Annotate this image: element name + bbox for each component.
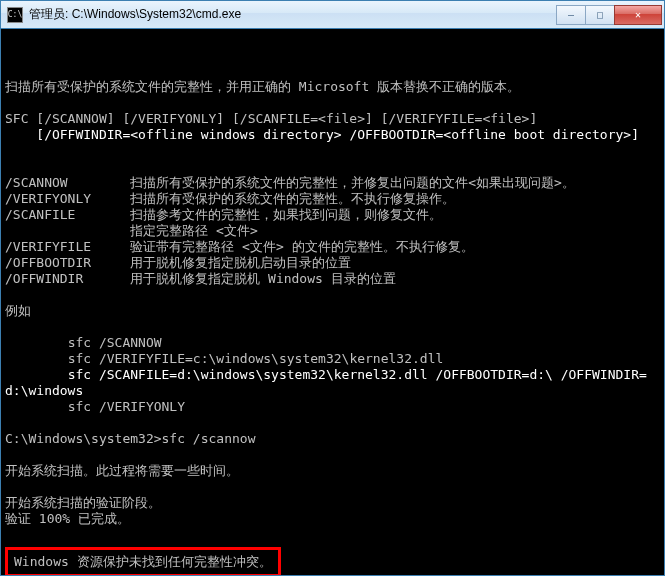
console-line (5, 287, 660, 303)
window-controls: — □ ✕ (557, 5, 662, 25)
cmd-window: C:\ 管理员: C:\Windows\System32\cmd.exe — □… (0, 0, 665, 576)
console-output[interactable]: 扫描所有受保护的系统文件的完整性，并用正确的 Microsoft 版本替换不正确… (1, 29, 664, 575)
console-line: 扫描所有受保护的系统文件的完整性，并用正确的 Microsoft 版本替换不正确… (5, 79, 660, 95)
console-line: C:\Windows\system32>sfc /scannow (5, 431, 660, 447)
console-line: 指定完整路径 <文件> (5, 223, 660, 239)
console-line: sfc /SCANFILE=d:\windows\system32\kernel… (5, 367, 660, 399)
console-line (5, 143, 660, 159)
highlight-line: Windows 资源保护未找到任何完整性冲突。 (5, 543, 660, 575)
console-line: 例如 (5, 303, 660, 319)
console-line: sfc /VERIFYONLY (5, 399, 660, 415)
console-line (5, 319, 660, 335)
console-line: /OFFWINDIR 用于脱机修复指定脱机 Windows 目录的位置 (5, 271, 660, 287)
console-line: 开始系统扫描的验证阶段。 (5, 495, 660, 511)
console-line (5, 479, 660, 495)
minimize-button[interactable]: — (556, 5, 586, 25)
console-line: SFC [/SCANNOW] [/VERIFYONLY] [/SCANFILE=… (5, 111, 660, 127)
window-title: 管理员: C:\Windows\System32\cmd.exe (29, 6, 557, 23)
cmd-icon: C:\ (7, 7, 23, 23)
close-button[interactable]: ✕ (614, 5, 662, 25)
titlebar[interactable]: C:\ 管理员: C:\Windows\System32\cmd.exe — □… (1, 1, 664, 29)
console-line: /SCANNOW 扫描所有受保护的系统文件的完整性，并修复出问题的文件<如果出现… (5, 175, 660, 191)
console-line: 验证 100% 已完成。 (5, 511, 660, 527)
console-line (5, 95, 660, 111)
maximize-button[interactable]: □ (585, 5, 615, 25)
console-line (5, 527, 660, 543)
console-line: 开始系统扫描。此过程将需要一些时间。 (5, 463, 660, 479)
console-line (5, 415, 660, 431)
console-line: sfc /VERIFYFILE=c:\windows\system32\kern… (5, 351, 660, 367)
console-line: /SCANFILE 扫描参考文件的完整性，如果找到问题，则修复文件。 (5, 207, 660, 223)
console-line (5, 447, 660, 463)
console-line (5, 159, 660, 175)
console-line: [/OFFWINDIR=<offline windows directory> … (5, 127, 660, 143)
console-line: /OFFBOOTDIR 用于脱机修复指定脱机启动目录的位置 (5, 255, 660, 271)
console-line: /VERIFYONLY 扫描所有受保护的系统文件的完整性。不执行修复操作。 (5, 191, 660, 207)
integrity-result-highlight: Windows 资源保护未找到任何完整性冲突。 (5, 547, 281, 575)
console-line: sfc /SCANNOW (5, 335, 660, 351)
console-line: /VERIFYFILE 验证带有完整路径 <文件> 的文件的完整性。不执行修复。 (5, 239, 660, 255)
